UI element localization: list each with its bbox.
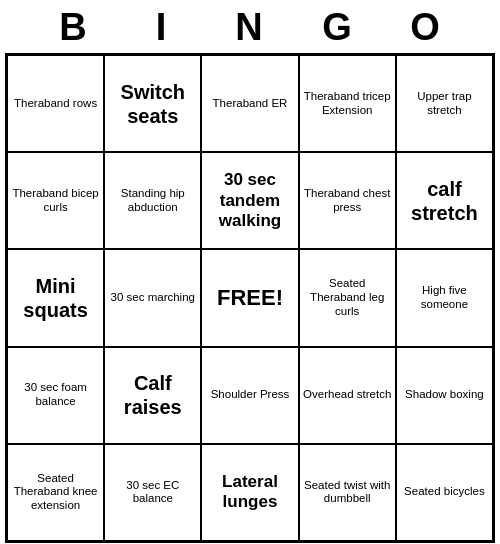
bingo-cell-12: FREE! (201, 249, 298, 346)
bingo-cell-22: Lateral lunges (201, 444, 298, 541)
bingo-cell-9: calf stretch (396, 152, 493, 249)
bingo-cell-16: Calf raises (104, 347, 201, 444)
bingo-cell-10: Mini squats (7, 249, 104, 346)
bingo-cell-21: 30 sec EC balance (104, 444, 201, 541)
letter-b: B (30, 6, 118, 49)
bingo-cell-6: Standing hip abduction (104, 152, 201, 249)
bingo-cell-19: Shadow boxing (396, 347, 493, 444)
bingo-cell-15: 30 sec foam balance (7, 347, 104, 444)
bingo-cell-11: 30 sec marching (104, 249, 201, 346)
bingo-cell-4: Upper trap stretch (396, 55, 493, 152)
bingo-cell-1: Switch seats (104, 55, 201, 152)
letter-i: I (118, 6, 206, 49)
bingo-cell-2: Theraband ER (201, 55, 298, 152)
bingo-grid: Theraband rowsSwitch seatsTheraband ERTh… (5, 53, 495, 543)
bingo-cell-23: Seated twist with dumbbell (299, 444, 396, 541)
bingo-cell-5: Theraband bicep curls (7, 152, 104, 249)
letter-g: G (294, 6, 382, 49)
bingo-cell-13: Seated Theraband leg curls (299, 249, 396, 346)
bingo-cell-14: High five someone (396, 249, 493, 346)
bingo-cell-0: Theraband rows (7, 55, 104, 152)
bingo-title: B I N G O (5, 0, 495, 53)
bingo-cell-3: Theraband tricep Extension (299, 55, 396, 152)
bingo-cell-7: 30 sec tandem walking (201, 152, 298, 249)
bingo-cell-17: Shoulder Press (201, 347, 298, 444)
letter-n: N (206, 6, 294, 49)
bingo-cell-8: Theraband chest press (299, 152, 396, 249)
bingo-cell-18: Overhead stretch (299, 347, 396, 444)
bingo-cell-20: Seated Theraband knee extension (7, 444, 104, 541)
letter-o: O (382, 6, 470, 49)
bingo-cell-24: Seated bicycles (396, 444, 493, 541)
